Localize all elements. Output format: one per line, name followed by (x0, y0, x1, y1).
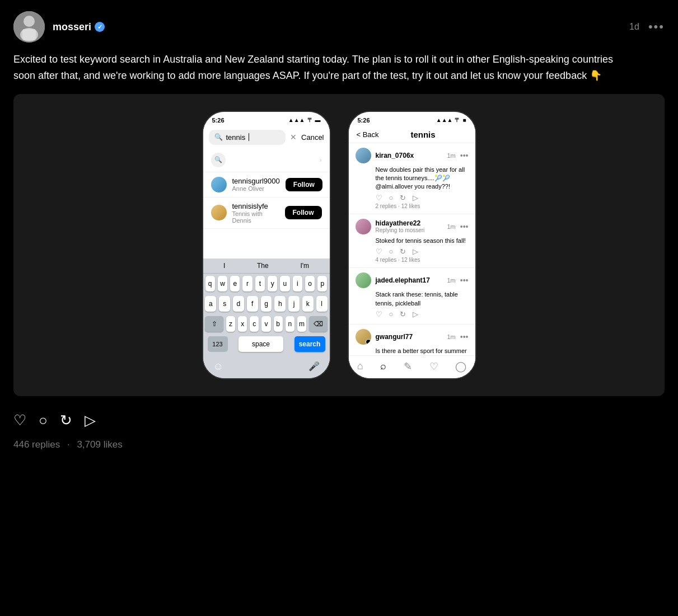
search-user2-item[interactable]: tennisislyfe Tennis with Dennis Follow (203, 198, 330, 229)
key-p[interactable]: p (317, 276, 327, 291)
thread3-comment-icon[interactable]: ○ (389, 310, 394, 318)
nav-like-icon[interactable]: ♡ (429, 360, 438, 373)
key-123[interactable]: 123 (208, 336, 228, 352)
thread2-actions: ♡ ○ ↻ ▷ (376, 247, 469, 256)
key-w[interactable]: w (218, 276, 227, 291)
thread4-badge (366, 339, 371, 345)
nav-search-icon[interactable]: ⌕ (380, 360, 386, 373)
text-cursor (249, 133, 249, 141)
like-button[interactable]: ♡ (13, 412, 26, 429)
search-icon-sm: 🔍 (214, 133, 223, 141)
user2-follow-button[interactable]: Follow (285, 206, 322, 219)
user1-name: Anne Oliver (232, 185, 280, 192)
more-options-button[interactable]: ••• (648, 20, 665, 34)
phone-mockup-left: 5:26 ▲▲▲ 〒 ▬ 🔍 tennis ✕ Cancel (202, 111, 331, 379)
key-c[interactable]: c (250, 316, 259, 332)
status-bar-right: 5:26 ▲▲▲ 〒 ■ (349, 112, 475, 126)
share-button[interactable]: ▷ (85, 412, 96, 429)
avatar[interactable] (13, 11, 45, 43)
search-query-text: tennis (226, 133, 246, 142)
nav-home-icon[interactable]: ⌂ (357, 360, 363, 373)
key-r[interactable]: r (242, 276, 252, 291)
keyboard-row-3: ⇧ z x c v b n m ⌫ (203, 314, 330, 334)
thread1-like-icon[interactable]: ♡ (376, 194, 382, 202)
key-f[interactable]: f (247, 296, 258, 312)
thread2-comment-icon[interactable]: ○ (389, 247, 394, 256)
thread2-like-icon[interactable]: ♡ (376, 247, 382, 256)
key-x[interactable]: x (238, 316, 247, 332)
status-icons-right: ▲▲▲ 〒 ■ (436, 116, 466, 124)
key-z[interactable]: z (226, 316, 235, 332)
username[interactable]: mosseri (53, 21, 91, 33)
search-for-text: Search for "tennis" (231, 155, 314, 165)
key-m[interactable]: m (297, 316, 306, 332)
thread3-more[interactable]: ••• (460, 276, 469, 285)
thread-item-2[interactable]: hidayathere22 Replying to mosseri 1m •••… (349, 214, 475, 268)
thread1-comment-icon[interactable]: ○ (389, 194, 394, 202)
thread1-share-icon[interactable]: ▷ (413, 194, 418, 202)
key-e[interactable]: e (230, 276, 240, 291)
key-y[interactable]: y (268, 276, 277, 291)
thread-item-3[interactable]: jaded.elephant17 1m ••• Stack rank these… (349, 268, 475, 325)
back-button[interactable]: < Back (357, 130, 379, 139)
post-header: mosseri ✓ 1d ••• (13, 11, 665, 43)
cancel-button[interactable]: Cancel (301, 133, 324, 142)
key-d[interactable]: d (233, 296, 244, 312)
key-u[interactable]: u (280, 276, 289, 291)
post-text: Excited to test keyword search in Austra… (13, 51, 629, 84)
key-space[interactable]: space (239, 336, 283, 352)
status-icons-left: ▲▲▲ 〒 ▬ (288, 116, 321, 124)
thread4-more[interactable]: ••• (460, 332, 469, 341)
key-t[interactable]: t (255, 276, 265, 291)
thread3-repost-icon[interactable]: ↻ (400, 310, 406, 318)
search-for-result[interactable]: 🔍 Search for "tennis" › (203, 148, 330, 172)
thread-item-1[interactable]: kiran_0706x 1m ••• New doubles pair this… (349, 143, 475, 214)
emoji-icon[interactable]: ☺ (211, 359, 226, 375)
suggestion-1[interactable]: I (223, 262, 225, 270)
key-k[interactable]: k (302, 296, 314, 312)
search-results-title: tennis (379, 130, 467, 139)
mic-icon[interactable]: 🎤 (306, 359, 322, 375)
key-i[interactable]: i (293, 276, 302, 291)
thread2-more[interactable]: ••• (460, 222, 469, 231)
thread1-actions: ♡ ○ ↻ ▷ (376, 194, 469, 202)
user1-follow-button[interactable]: Follow (286, 178, 322, 191)
key-j[interactable]: j (288, 296, 300, 312)
key-s[interactable]: s (219, 296, 230, 312)
user2-text: tennisislyfe Tennis with Dennis (232, 202, 279, 224)
key-shift[interactable]: ⇧ (205, 316, 223, 332)
key-v[interactable]: v (261, 316, 270, 332)
suggestion-3[interactable]: I'm (300, 262, 309, 270)
thread3-share-icon[interactable]: ▷ (413, 310, 418, 318)
key-l[interactable]: l (316, 296, 328, 312)
thread3-header: jaded.elephant17 1m ••• (356, 272, 469, 288)
key-backspace[interactable]: ⌫ (309, 316, 327, 332)
thread1-more[interactable]: ••• (460, 151, 469, 160)
thread1-repost-icon[interactable]: ↻ (400, 194, 406, 202)
nav-compose-icon[interactable]: ✎ (404, 360, 412, 373)
repost-button[interactable]: ↻ (60, 412, 72, 429)
key-n[interactable]: n (286, 316, 294, 332)
thread2-share-icon[interactable]: ▷ (413, 247, 418, 256)
key-g[interactable]: g (261, 296, 272, 312)
suggestion-2[interactable]: The (257, 262, 269, 270)
key-h[interactable]: h (274, 296, 286, 312)
thread3-like-icon[interactable]: ♡ (376, 310, 382, 318)
key-a[interactable]: a (205, 296, 216, 312)
search-result-icon: 🔍 (211, 153, 226, 167)
search-input-mock[interactable]: 🔍 tennis (209, 130, 286, 145)
comment-button[interactable]: ○ (39, 412, 48, 429)
replies-count: 446 replies (13, 439, 60, 450)
clear-button[interactable]: ✕ (290, 133, 297, 142)
thread2-repost-icon[interactable]: ↻ (400, 247, 406, 256)
separator: · (67, 439, 70, 450)
key-search[interactable]: search (294, 336, 325, 352)
search-user1-item[interactable]: tennisgurl9000 Anne Oliver Follow (203, 172, 330, 198)
key-b[interactable]: b (274, 316, 283, 332)
key-q[interactable]: q (205, 276, 215, 291)
key-o[interactable]: o (305, 276, 315, 291)
nav-profile-icon[interactable]: ◯ (455, 360, 466, 373)
post-meta: 1d ••• (629, 20, 665, 34)
svg-point-1 (24, 16, 35, 27)
avatar-image (13, 11, 45, 43)
